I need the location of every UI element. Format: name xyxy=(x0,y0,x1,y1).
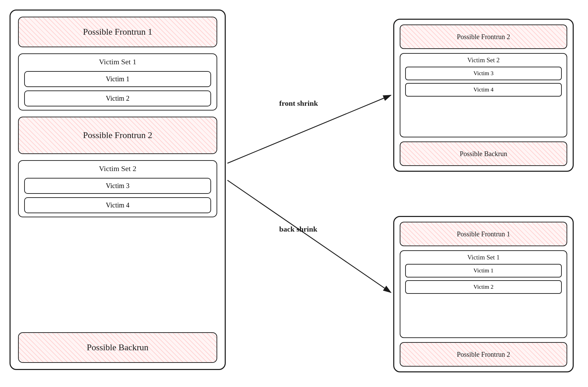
rt-backrun-label: Possible Backrun xyxy=(458,148,508,160)
rt-backrun-box: Possible Backrun xyxy=(400,141,567,166)
rt-victim4-item: Victim 4 xyxy=(405,83,562,97)
main-victim-set1-box: Victim Set 1 Victim 1 Victim 2 xyxy=(18,53,217,111)
rb-victim2-item: Victim 2 xyxy=(405,280,562,294)
main-block: Possible Frontrun 1 Victim Set 1 Victim … xyxy=(10,10,226,370)
rt-frontrun2-box: Possible Frontrun 2 xyxy=(400,24,567,49)
right-bottom-block: Possible Frontrun 1 Victim Set 1 Victim … xyxy=(393,216,574,372)
main-frontrun2-box: Possible Frontrun 2 xyxy=(18,117,217,154)
main-victim4-item: Victim 4 xyxy=(24,197,211,213)
rb-victim1-item: Victim 1 xyxy=(405,264,562,277)
main-victim2-item: Victim 2 xyxy=(24,90,211,106)
main-victim-set2-title: Victim Set 2 xyxy=(24,164,211,174)
front-shrink-label: front shrink xyxy=(279,99,318,108)
right-top-block: Possible Frontrun 2 Victim Set 2 Victim … xyxy=(393,19,574,172)
main-frontrun1-label: Possible Frontrun 1 xyxy=(82,25,154,39)
main-backrun-label: Possible Backrun xyxy=(85,340,150,355)
main-frontrun2-label: Possible Frontrun 2 xyxy=(82,128,154,142)
main-backrun-box: Possible Backrun xyxy=(18,332,217,363)
rb-frontrun2-label: Possible Frontrun 2 xyxy=(456,349,512,360)
rt-victim-set2-title: Victim Set 2 xyxy=(405,56,562,64)
rb-frontrun1-box: Possible Frontrun 1 xyxy=(400,222,567,246)
rb-frontrun2-box: Possible Frontrun 2 xyxy=(400,342,567,367)
diagram-container: Possible Frontrun 1 Victim Set 1 Victim … xyxy=(0,0,588,387)
main-victim3-item: Victim 3 xyxy=(24,178,211,194)
main-frontrun1-box: Possible Frontrun 1 xyxy=(18,17,217,47)
back-shrink-label: back shrink xyxy=(279,224,317,234)
rt-victim3-item: Victim 3 xyxy=(405,67,562,80)
rt-victim-set2-box: Victim Set 2 Victim 3 Victim 4 xyxy=(400,53,567,137)
rb-victim-set1-title: Victim Set 1 xyxy=(405,254,562,261)
main-victim-set2-box: Victim Set 2 Victim 3 Victim 4 xyxy=(18,160,217,217)
rb-frontrun1-label: Possible Frontrun 1 xyxy=(456,228,512,240)
rt-frontrun2-label: Possible Frontrun 2 xyxy=(456,31,512,43)
main-victim-set1-title: Victim Set 1 xyxy=(24,57,211,68)
main-victim1-item: Victim 1 xyxy=(24,71,211,87)
rb-victim-set1-box: Victim Set 1 Victim 1 Victim 2 xyxy=(400,250,567,338)
back-shrink-arrow xyxy=(227,180,391,292)
